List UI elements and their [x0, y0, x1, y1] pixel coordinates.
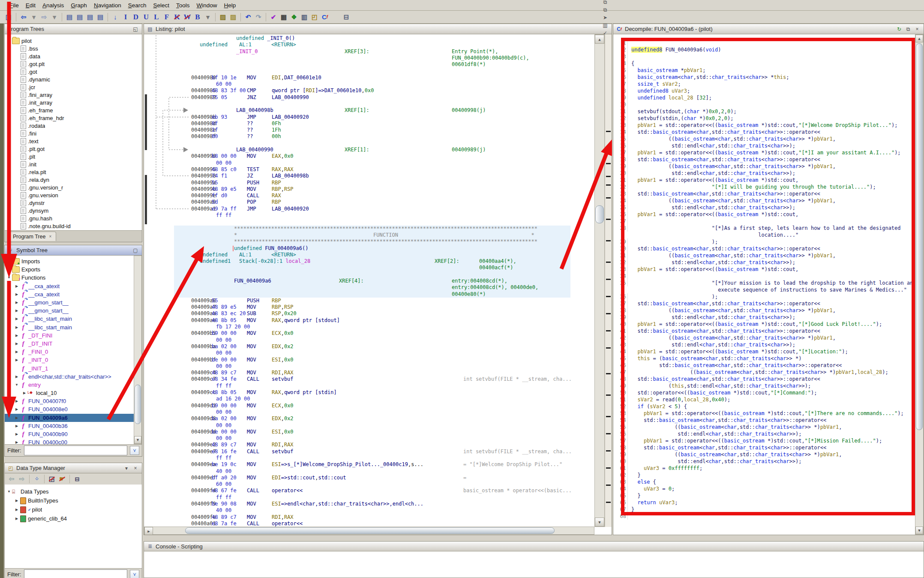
listing-row[interactable]: 00 00 [144, 160, 591, 166]
listing-header[interactable]: ▤ Listing: pilot ⧉⧉➤▥✓▣▦▾× [144, 24, 612, 34]
letter-L-icon[interactable]: L [152, 12, 161, 22]
expander-icon[interactable]: ▶ [22, 391, 27, 395]
dtm-filter-arrays-icon[interactable]: ◲ [47, 474, 57, 484]
decompile-line[interactable]: 49 (this,std::endl<char,std::char_traits… [615, 382, 924, 389]
decompile-line[interactable]: 2undefined8 FUN_004009a6(void) [615, 46, 924, 53]
listing-row[interactable]: 00 00 [144, 363, 591, 370]
script-manager-icon[interactable]: ❖ [289, 12, 299, 22]
copy-icon[interactable]: ⧉ [904, 25, 912, 33]
decompile-line[interactable]: 27 [615, 218, 924, 225]
listing-row[interactable]: undefined _INIT_0() [144, 35, 591, 42]
decompile-line[interactable]: 3 [615, 53, 924, 60]
listing-row[interactable]: entry:004008cd(*), 00400de0, [144, 284, 591, 291]
tree-item-entry[interactable]: ▼fentry [5, 381, 142, 389]
expander-icon[interactable]: ▶ [14, 499, 19, 503]
expander-icon[interactable]: ▶ [14, 399, 19, 403]
letter-F-icon[interactable]: F [162, 12, 171, 22]
program-trees-header[interactable]: Program Trees ◱ [5, 24, 142, 34]
decompile-line[interactable]: 52 if (sVar2 < 5) { [615, 403, 924, 410]
expander-icon[interactable]: ▶ [14, 350, 19, 354]
forward-dropdown-icon[interactable]: ▾ [50, 12, 59, 22]
decompile-line[interactable]: 44 pbVar1 = std::operator<<((basic_ostre… [615, 348, 924, 355]
listing-row[interactable]: FUN_00400b90:00400bd9(c), [144, 55, 591, 61]
tree-item--rodata[interactable]: .rodata [5, 122, 142, 129]
tree-item--dynamic[interactable]: .dynamic [5, 75, 142, 83]
letter-I-icon[interactable]: I [121, 12, 130, 22]
decompile-line[interactable]: 19 ((basic_ostream<char,std::char_traits… [615, 163, 924, 170]
expander-icon[interactable]: ▶ [14, 508, 19, 512]
listing-row[interactable]: 0040099a55PUSHRBP [144, 180, 591, 186]
console-body[interactable] [144, 551, 924, 578]
tree-item--fini[interactable]: .fini [5, 129, 142, 137]
listing-body[interactable]: undefined _INIT_0()undefinedAL:1<RETURN>… [144, 34, 612, 535]
tree-item-imports[interactable]: ▶▲Imports [5, 257, 142, 265]
decompile-line[interactable]: 28 "[*]As a first step, lets learn how t… [615, 225, 924, 232]
bytes-view-icon[interactable]: ▦ [279, 12, 288, 22]
decompile-line[interactable]: 4{ [615, 60, 924, 67]
decompile-line[interactable]: 21 pbVar1 = std::operator<<((basic_ostre… [615, 177, 924, 184]
listing-row[interactable]: undefinedAL:1<RETURN> [144, 42, 591, 48]
dtm-filter-pointers-icon[interactable]: ☛ [57, 474, 67, 484]
listing-row[interactable]: 0040098d0f??0Fh [144, 120, 591, 127]
listing-row[interactable]: 004009a655PUSHRBP [144, 298, 591, 304]
tree-item-fun_00400b90[interactable]: ▶fFUN_00400b90 [5, 430, 142, 438]
decompile-line[interactable]: 17 pbVar1 = std::operator<<((basic_ostre… [615, 149, 924, 156]
decompile-line[interactable]: 50 std::operator<<((basic_ostream *)std:… [615, 389, 924, 396]
letter-D-icon[interactable]: D [131, 12, 141, 22]
undo-icon[interactable]: ↶ [243, 12, 253, 22]
listing-row[interactable]: * FUNCTION * [144, 232, 591, 238]
letter-U-icon[interactable]: U [141, 12, 151, 22]
letter-W-struck-icon[interactable]: W [183, 12, 192, 22]
expander-icon[interactable]: ▶ [14, 317, 19, 321]
save-icon[interactable]: ◫ [4, 12, 13, 22]
graph-export-icon[interactable]: ▤ [65, 12, 74, 22]
listing-row[interactable]: 00400980bf 10 1eMOVEDI,DAT_00601e10 [144, 75, 591, 81]
decompile-line[interactable]: execute sequence of instructions to save… [615, 286, 924, 293]
letter-B-icon[interactable]: B [193, 12, 202, 22]
decompile-line[interactable]: 66 return uVar3; [615, 499, 924, 506]
tree-item-endl-char-std-char_traits-char-[interactable]: ▶fendl<char,std::char_traits<char>> [5, 373, 142, 381]
listing-row[interactable]: 00 00 [144, 350, 591, 356]
listing-row[interactable]: LAB_0040098bXREF[1]:00400998(j) [144, 107, 591, 114]
decompile-header[interactable]: Cf Decompile: FUN_004009a6 - (pilot) ↻ ⧉… [613, 24, 924, 34]
tree-item--data[interactable]: .data [5, 52, 142, 60]
expander-icon[interactable]: ▶ [14, 358, 19, 362]
decompile-line[interactable]: 55 ((basic_ostream<char,std::char_traits… [615, 424, 924, 430]
bookmarks-icon[interactable]: ▥ [300, 12, 309, 22]
graph-calls-icon[interactable]: ▤ [96, 12, 105, 22]
paste-in-icon[interactable]: ▨ [218, 12, 228, 22]
expander-icon[interactable]: ▶ [6, 268, 12, 271]
decompile-line[interactable]: 46 std::basic_ostream<char,std::char_tra… [615, 362, 924, 369]
decompile-line[interactable]: 67} [615, 506, 924, 513]
tree-item-fun_004008e0[interactable]: ▶fFUN_004008e0 [5, 405, 142, 413]
listing-row[interactable]: 40 00 [144, 507, 591, 514]
menu-file[interactable]: File [6, 1, 22, 9]
expander-icon[interactable]: ▶ [14, 301, 19, 304]
decompile-line[interactable]: 11 setvbuf(stdout,(char *)0x0,2,0); [615, 108, 924, 115]
listing-row[interactable]: 00 00 [144, 422, 591, 429]
decompile-line[interactable]: 15 ((basic_ostream<char,std::char_traits… [615, 135, 924, 142]
tree-item--rela-dyn[interactable]: .rela.dyn [5, 176, 142, 184]
back-dropdown-icon[interactable]: ▾ [29, 12, 39, 22]
decompile-line[interactable]: 62 } [615, 472, 924, 479]
listing-row[interactable]: 004009e248 89 c7MOVRDI,RAX [144, 442, 591, 448]
menu-edit[interactable]: Edit [22, 1, 39, 9]
decompile-line[interactable]: 35 "[*]Your mission is to lead the drops… [615, 280, 924, 286]
tree-item-builtintypes[interactable]: ▶BuiltInTypes [5, 496, 142, 505]
listing-row[interactable] [144, 68, 591, 74]
decompile-line[interactable]: 12 setvbuf(stdin,(char *)0x0,2,0); [615, 115, 924, 122]
decompile-line[interactable]: 24 ((basic_ostream<char,std::char_traits… [615, 197, 924, 204]
tree-item-fun_004009a6[interactable]: ▶fFUN_004009a6 [5, 414, 142, 422]
listing-row[interactable]: 00400a01e8 7a feCALLoperator<< [144, 521, 591, 527]
listing-row[interactable]: 004009a1e9 7a ffJMPLAB_00400920 [144, 206, 591, 212]
filter-options-icon[interactable]: ⋎ [130, 446, 139, 455]
listing-row[interactable]: 0040099548 85 c0TESTRAX,RAX [144, 166, 591, 173]
listing-row[interactable]: 0040099eff d0CALLRAX [144, 193, 591, 199]
redo-icon[interactable]: ↷ [254, 12, 263, 22]
decompile-line[interactable]: 33 pbVar1 = std::operator<<((basic_ostre… [615, 266, 924, 273]
listing-row[interactable]: 004009ddbe 00 00MOVESI,0x0 [144, 429, 591, 435]
dtm-menu-icon[interactable]: ▾ [123, 464, 130, 472]
program-tree-tab[interactable]: Program Tree × [8, 232, 56, 241]
listing-row[interactable]: 004009eabe 19 0cMOVESI=>s_[*]Welcome_Dro… [144, 461, 591, 468]
decompile-line[interactable]: 37 std::basic_ostream<char,std::char_tra… [615, 300, 924, 307]
